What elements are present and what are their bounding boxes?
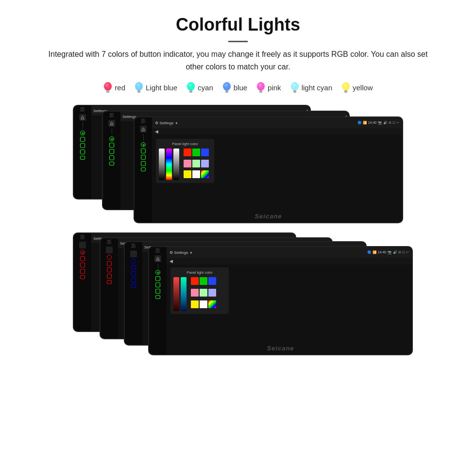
bottom-panel-title: Panel light color xyxy=(173,270,226,275)
color-item-lightcyan: light cyan xyxy=(290,81,332,94)
bottom-watermark: Seicane xyxy=(267,345,294,352)
color-item-yellow: yellow xyxy=(341,81,373,94)
color-item-lightblue: Light blue xyxy=(134,81,177,94)
svg-rect-14 xyxy=(259,90,262,93)
svg-rect-11 xyxy=(225,90,228,93)
color-label-yellow: yellow xyxy=(353,83,373,92)
color-label-red: red xyxy=(115,83,125,92)
bottom-device-section: MICRST ⏻ Settings xyxy=(19,232,457,359)
page-container: Colorful Lights Integrated with 7 colors… xyxy=(0,0,476,377)
lightcyan-bulb-icon xyxy=(290,81,300,94)
color-item-blue: blue xyxy=(222,81,247,94)
top-panel-title: Panel light color xyxy=(159,142,211,146)
top-device-stack: MICRST ⏻ Settings ◀ xyxy=(73,105,403,224)
svg-point-16 xyxy=(291,82,299,91)
bottom-device-stack: MICRST ⏻ Settings xyxy=(73,232,403,359)
svg-rect-2 xyxy=(106,90,109,93)
page-title: Colorful Lights xyxy=(19,15,457,35)
color-label-lightblue: Light blue xyxy=(146,83,177,92)
color-item-red: red xyxy=(103,81,125,94)
top-watermark: Seicane xyxy=(255,213,282,220)
yellow-bulb-icon xyxy=(341,81,351,94)
svg-point-4 xyxy=(135,82,143,91)
svg-point-19 xyxy=(342,82,350,91)
blue-bulb-icon xyxy=(222,81,232,94)
top-layer-1-main: MICRST ⏻ xyxy=(134,116,403,223)
svg-rect-8 xyxy=(189,90,192,93)
title-divider xyxy=(228,41,248,42)
svg-rect-20 xyxy=(344,90,347,93)
color-label-blue: blue xyxy=(234,83,247,92)
pink-bulb-icon xyxy=(256,81,266,94)
cyan-bulb-icon xyxy=(186,81,196,94)
color-label-pink: pink xyxy=(268,83,281,92)
color-labels-row: red Light blue cyan xyxy=(19,81,457,94)
svg-rect-5 xyxy=(137,90,140,93)
top-device-section: MICRST ⏻ Settings ◀ xyxy=(19,105,457,224)
svg-point-1 xyxy=(104,82,112,91)
color-label-cyan: cyan xyxy=(198,83,213,92)
color-item-cyan: cyan xyxy=(186,81,213,94)
page-subtitle: Integrated with 7 colors of button indic… xyxy=(44,48,432,73)
svg-point-7 xyxy=(187,82,195,91)
svg-rect-17 xyxy=(293,90,296,93)
svg-point-10 xyxy=(223,82,231,91)
bottom-layer-1-main: MICRST ⏻ xyxy=(148,246,413,355)
red-bulb-icon xyxy=(103,81,113,94)
svg-point-13 xyxy=(257,82,265,91)
lightblue-bulb-icon xyxy=(134,81,144,94)
color-item-pink: pink xyxy=(256,81,281,94)
color-label-lightcyan: light cyan xyxy=(302,83,332,92)
